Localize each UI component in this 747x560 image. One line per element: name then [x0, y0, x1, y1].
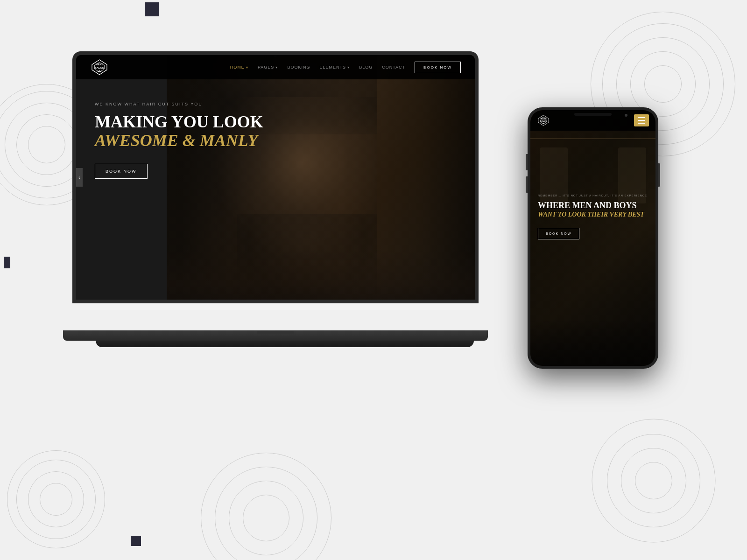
circles-center-bottom-group [196, 448, 336, 560]
nav-link-elements[interactable]: ELEMENTS [320, 65, 350, 70]
svg-text:SALON: SALON [95, 66, 104, 69]
laptop-logo-icon: MENZ SALON [90, 58, 109, 77]
phone-menu-line-1 [638, 117, 645, 118]
laptop-logo: MENZ SALON [90, 58, 109, 77]
svg-text:MENZ: MENZ [96, 63, 103, 66]
nav-link-contact[interactable]: CONTACT [382, 65, 405, 70]
phone-mockup: MENZ SALON REMEMBER... IT'S NOT JUST A H… [528, 107, 658, 369]
laptop-base [63, 330, 488, 341]
laptop-hero-title-gold: AWESOME & MANLY [95, 132, 263, 150]
laptop-foot [96, 341, 474, 347]
laptop-slider-arrow-left[interactable]: ‹ [76, 168, 83, 187]
laptop-hero-section: MENZ SALON HOME PAGES BOOKING ELEMENTS B… [76, 55, 475, 300]
nav-link-home[interactable]: HOME [230, 65, 248, 70]
decoration-square-1 [145, 2, 159, 16]
phone-side-button-left-1 [526, 154, 528, 170]
laptop-hero-book-now-button[interactable]: BOOK NOW [95, 164, 148, 179]
circles-bottom-left-group [5, 448, 107, 551]
phone-hero-content: REMEMBER... IT'S NOT JUST A HAIRCUT, IT'… [538, 194, 648, 239]
decoration-square-2 [4, 257, 10, 268]
nav-link-pages[interactable]: PAGES [258, 65, 278, 70]
svg-text:SALON: SALON [540, 120, 547, 122]
phone-notch [574, 113, 612, 116]
phone-menu-line-2 [638, 120, 645, 121]
circles-bottom-right-group [588, 415, 719, 546]
phone-side-button-left-2 [526, 176, 528, 193]
phone-menu-button[interactable] [634, 114, 649, 126]
phone-side-button-right [658, 163, 660, 187]
phone-logo: MENZ SALON [537, 114, 550, 127]
laptop-hero-subtitle: WE KNOW WHAT HAIR CUT SUITS YOU [95, 102, 263, 106]
phone-hero-subtitle: REMEMBER... IT'S NOT JUST A HAIRCUT, IT'… [538, 194, 648, 197]
laptop-nav-book-now-button[interactable]: BOOK NOW [415, 62, 461, 73]
phone-menu-line-3 [638, 123, 645, 124]
laptop-side-button [475, 139, 478, 153]
laptop-nav: MENZ SALON HOME PAGES BOOKING ELEMENTS B… [76, 55, 475, 79]
nav-link-booking[interactable]: BOOKING [287, 65, 310, 70]
phone-screen: MENZ SALON REMEMBER... IT'S NOT JUST A H… [530, 110, 655, 366]
phone-body: MENZ SALON REMEMBER... IT'S NOT JUST A H… [528, 107, 658, 369]
phone-camera [625, 114, 627, 117]
laptop-notch [257, 331, 294, 334]
nav-link-blog[interactable]: BLOG [359, 65, 373, 70]
laptop-hero-content: WE KNOW WHAT HAIR CUT SUITS YOU MAKING Y… [95, 102, 263, 179]
svg-text:MENZ: MENZ [541, 118, 547, 120]
phone-hero-title-gold: WANT TO LOOK THEIR VERY BEST [538, 211, 648, 219]
phone-hero-book-now-button[interactable]: BOOK NOW [538, 228, 579, 239]
phone-logo-icon: MENZ SALON [537, 114, 550, 127]
laptop-nav-links: HOME PAGES BOOKING ELEMENTS BLOG CONTACT [230, 65, 405, 70]
decoration-square-4 [131, 536, 141, 546]
svg-marker-9 [542, 123, 545, 124]
laptop-hero-title-white: MAKING YOU LOOK [95, 113, 263, 132]
laptop-mockup: MENZ SALON HOME PAGES BOOKING ELEMENTS B… [72, 51, 483, 341]
laptop-screen: MENZ SALON HOME PAGES BOOKING ELEMENTS B… [76, 55, 475, 300]
laptop-body: MENZ SALON HOME PAGES BOOKING ELEMENTS B… [72, 51, 479, 303]
phone-hero-title-white: WHERE MEN AND BOYS [538, 201, 648, 211]
